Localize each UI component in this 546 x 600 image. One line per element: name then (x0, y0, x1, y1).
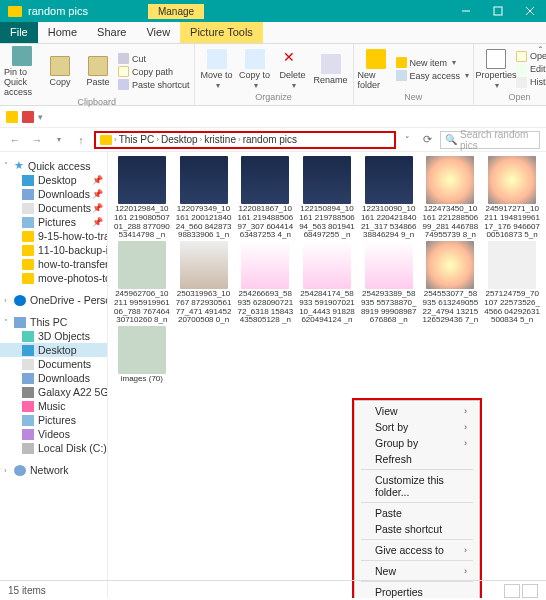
ribbon-collapse-button[interactable]: ˆ (539, 46, 542, 57)
copy-to-button[interactable]: Copy to▾ (237, 49, 273, 90)
crumb-random-pics[interactable]: random pics (243, 134, 297, 145)
star-icon: ★ (14, 159, 24, 172)
sidebar-item-downloads[interactable]: Downloads📌 (0, 187, 107, 201)
crumb-kristine[interactable]: kristine (204, 134, 236, 145)
file-thumb[interactable]: 122150894_10161 21978850694_563 80194168… (297, 156, 357, 241)
search-icon: 🔍 (445, 134, 457, 145)
ctx-view[interactable]: View› (355, 403, 479, 419)
sidebar-onedrive[interactable]: ›OneDrive - Personal (0, 293, 107, 307)
paste-button[interactable]: Paste (80, 56, 116, 87)
maximize-button[interactable] (482, 0, 514, 22)
status-item-count: 15 items (8, 585, 46, 596)
file-thumb[interactable]: images (70) (112, 326, 172, 411)
address-dropdown[interactable]: ˅ (400, 135, 414, 145)
file-thumb[interactable]: 254266693_58935 62809072172_6318 1584343… (235, 241, 295, 326)
file-thumb[interactable]: 257124759_70107 22573526_4566 0429263150… (482, 241, 542, 326)
recent-button[interactable]: ▾ (50, 131, 68, 149)
ctx-give-access[interactable]: Give access to› (355, 542, 479, 558)
copy-path-button[interactable]: Copy path (118, 65, 190, 78)
manage-context-tab[interactable]: Manage (148, 4, 204, 19)
delete-button[interactable]: ✕Delete▾ (275, 49, 311, 90)
tab-picture-tools[interactable]: Picture Tools (180, 22, 263, 43)
minimize-button[interactable] (450, 0, 482, 22)
sidebar-item-folder-1[interactable]: 11-10-backup-iphone-t (0, 243, 107, 257)
close-button[interactable] (514, 0, 546, 22)
ctx-sort-by[interactable]: Sort by› (355, 419, 479, 435)
tab-home[interactable]: Home (38, 22, 87, 43)
sidebar-item-local-disk[interactable]: Local Disk (C:) (0, 441, 107, 455)
tab-share[interactable]: Share (87, 22, 136, 43)
up-button[interactable]: ↑ (72, 131, 90, 149)
folder-icon (100, 135, 112, 145)
file-thumb[interactable]: 122079349_10161 20012184024_560 84287398… (174, 156, 234, 241)
cut-button[interactable]: Cut (118, 52, 190, 65)
ctx-new[interactable]: New› (355, 563, 479, 579)
properties-button[interactable]: Properties▾ (478, 49, 514, 90)
ctx-group-by[interactable]: Group by› (355, 435, 479, 451)
file-thumb[interactable]: 254284174_58933 59190702110_4443 9182862… (297, 241, 357, 326)
sidebar-item-desktop[interactable]: Desktop📌 (0, 173, 107, 187)
copy-button[interactable]: Copy (42, 56, 78, 87)
new-folder-button[interactable]: New folder (358, 49, 394, 90)
sidebar-item-desktop-pc[interactable]: Desktop (0, 343, 107, 357)
file-thumb[interactable]: 254293389_58935 55738870_8919 9990898767… (359, 241, 419, 326)
sidebar-item-3d-objects[interactable]: 3D Objects (0, 329, 107, 343)
sidebar-item-music[interactable]: Music (0, 399, 107, 413)
folder-icon (22, 259, 34, 270)
file-thumb[interactable]: 245917271_10211 19481996117_176 94660700… (482, 156, 542, 241)
view-details-button[interactable] (504, 584, 520, 598)
sidebar-item-videos[interactable]: Videos (0, 427, 107, 441)
file-thumb[interactable]: 245962706_10211 99591996106_788 76746430… (112, 241, 172, 326)
crumb-desktop[interactable]: Desktop (161, 134, 198, 145)
ctx-customize[interactable]: Customize this folder... (355, 472, 479, 500)
sidebar-item-pictures-pc[interactable]: Pictures (0, 413, 107, 427)
forward-button[interactable]: → (28, 131, 46, 149)
drive-icon (22, 443, 34, 454)
tab-file[interactable]: File (0, 22, 38, 43)
sidebar-item-folder-2[interactable]: how-to-transfer-photo (0, 257, 107, 271)
pin-quick-access-button[interactable]: Pin to Quick access (4, 46, 40, 97)
pin-icon: 📌 (92, 175, 103, 185)
search-input[interactable]: 🔍Search random pics (440, 131, 540, 149)
new-item-button[interactable]: New item▾ (396, 56, 470, 69)
refresh-button[interactable]: ⟳ (418, 133, 436, 146)
edit-button[interactable]: Edit (516, 63, 546, 76)
ctx-paste[interactable]: Paste (355, 505, 479, 521)
thumb-caption: 122081867_10161 21948850697_307 60441463… (237, 205, 293, 241)
rename-button[interactable]: Rename (313, 54, 349, 85)
file-thumb[interactable]: 122473450_10161 22128850699_281 44678874… (421, 156, 481, 241)
address-row: ← → ▾ ↑ › This PC › Desktop › kristine ›… (0, 128, 546, 152)
file-grid: 122012984_10161 21908050701_288 87709053… (108, 152, 546, 415)
file-thumb[interactable]: 122081867_10161 21948850697_307 60441463… (235, 156, 295, 241)
sidebar-item-downloads-pc[interactable]: Downloads (0, 371, 107, 385)
sidebar-network[interactable]: ›Network (0, 463, 107, 477)
sidebar-item-documents-pc[interactable]: Documents (0, 357, 107, 371)
sidebar-quick-access[interactable]: ˅★Quick access (0, 158, 107, 173)
file-thumb[interactable]: 122012984_10161 21908050701_288 87709053… (112, 156, 172, 241)
easy-access-button[interactable]: Easy access▾ (396, 69, 470, 82)
ctx-paste-shortcut[interactable]: Paste shortcut (355, 521, 479, 537)
sidebar-this-pc[interactable]: ˅This PC (0, 315, 107, 329)
ribbon: Pin to Quick access Copy Paste Cut Copy … (0, 44, 546, 106)
sidebar-item-folder-0[interactable]: 9-15-how-to-transfer-p (0, 229, 107, 243)
file-thumb[interactable]: 122310090_10161 22042184021_317 53486638… (359, 156, 419, 241)
crumb-this-pc[interactable]: This PC (119, 134, 155, 145)
folder-icon (8, 6, 22, 17)
sidebar-item-pictures[interactable]: Pictures📌 (0, 215, 107, 229)
ctx-refresh[interactable]: Refresh (355, 451, 479, 467)
content-pane[interactable]: 122012984_10161 21908050701_288 87709053… (108, 152, 546, 598)
tab-view[interactable]: View (136, 22, 180, 43)
file-thumb[interactable]: 250319963_10767 87293056177_471 49145220… (174, 241, 234, 326)
paste-shortcut-button[interactable]: Paste shortcut (118, 78, 190, 91)
sidebar-item-galaxy[interactable]: Galaxy A22 5G (0, 385, 107, 399)
file-thumb[interactable]: 254553077_58935 61324905522_4794 1321512… (421, 241, 481, 326)
small-tool-icon[interactable] (22, 111, 34, 123)
breadcrumb[interactable]: › This PC › Desktop › kristine › random … (94, 131, 396, 149)
back-button[interactable]: ← (6, 131, 24, 149)
view-thumbnails-button[interactable] (522, 584, 538, 598)
sidebar-item-folder-3[interactable]: move-photos-to-sd-ca (0, 271, 107, 285)
move-to-button[interactable]: Move to▾ (199, 49, 235, 90)
history-button[interactable]: History (516, 76, 546, 89)
thumb-image (118, 241, 166, 289)
sidebar-item-documents[interactable]: Documents📌 (0, 201, 107, 215)
